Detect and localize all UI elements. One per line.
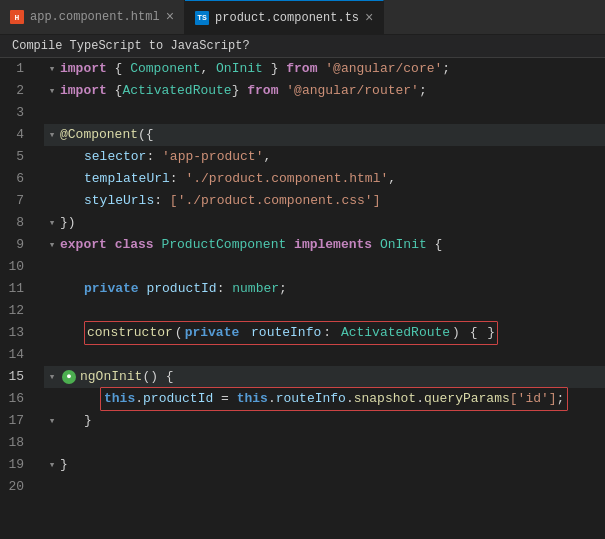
code-line-3 <box>44 102 605 124</box>
breakpoint-icon: ● <box>62 370 76 384</box>
line-num-10: 10 <box>0 256 32 278</box>
line-num-6: 6 <box>0 168 32 190</box>
line-num-1: 1 <box>0 58 32 80</box>
code-line-1: ▾ import { Component , OnInit } from '@a… <box>44 58 605 80</box>
code-line-7: styleUrls : ['./product.component.css'] <box>44 190 605 212</box>
ts-icon: TS <box>195 11 209 25</box>
code-line-17: ▾ } <box>44 410 605 432</box>
code-line-9: ▾ export class ProductComponent implemen… <box>44 234 605 256</box>
line-num-3: 3 <box>0 102 32 124</box>
line-num-13: 13 <box>0 322 32 344</box>
constructor-box: constructor ( private routeInfo : Activa… <box>84 321 498 345</box>
line-num-5: 5 <box>0 146 32 168</box>
tab-product-component-ts[interactable]: TS product.component.ts × <box>185 0 384 34</box>
code-area: 1 2 3 4 5 6 7 8 9 10 11 12 13 14 15 16 1… <box>0 58 605 534</box>
code-line-8: ▾ }) <box>44 212 605 234</box>
code-line-2: ▾ import { ActivatedRoute } from '@angul… <box>44 80 605 102</box>
info-bar: Compile TypeScript to JavaScript? <box>0 35 605 58</box>
fold-1: ▾ <box>44 58 60 80</box>
tab-app-component-html[interactable]: H app.component.html × <box>0 0 185 34</box>
code-line-11: private productId : number ; <box>44 278 605 300</box>
line-num-15: 15 <box>0 366 32 388</box>
line-num-20: 20 <box>0 476 32 498</box>
code-line-19: ▾ } <box>44 454 605 476</box>
fold-2: ▾ <box>44 80 60 102</box>
assignment-box: this . productId = this . routeInfo . sn… <box>100 387 568 411</box>
line-num-8: 8 <box>0 212 32 234</box>
line-num-2: 2 <box>0 80 32 102</box>
line-num-4: 4 <box>0 124 32 146</box>
line-num-11: 11 <box>0 278 32 300</box>
code-line-6: templateUrl : './product.component.html'… <box>44 168 605 190</box>
line-numbers: 1 2 3 4 5 6 7 8 9 10 11 12 13 14 15 16 1… <box>0 58 40 534</box>
code-line-18 <box>44 432 605 454</box>
code-line-20 <box>44 476 605 498</box>
line-num-18: 18 <box>0 432 32 454</box>
code-content: ▾ import { Component , OnInit } from '@a… <box>40 58 605 534</box>
tab-close-ts[interactable]: × <box>365 11 373 25</box>
line-num-7: 7 <box>0 190 32 212</box>
line-num-9: 9 <box>0 234 32 256</box>
line-num-16: 16 <box>0 388 32 410</box>
tab-label: app.component.html <box>30 10 160 24</box>
code-line-4: ▾ @Component ({ <box>44 124 605 146</box>
line-num-12: 12 <box>0 300 32 322</box>
code-line-16: this . productId = this . routeInfo . sn… <box>44 388 605 410</box>
code-line-12 <box>44 300 605 322</box>
tab-label: product.component.ts <box>215 11 359 25</box>
line-num-17: 17 <box>0 410 32 432</box>
kw-import-1: import <box>60 58 107 80</box>
line-num-14: 14 <box>0 344 32 366</box>
code-line-13: constructor ( private routeInfo : Activa… <box>44 322 605 344</box>
code-line-10 <box>44 256 605 278</box>
html-icon: H <box>10 10 24 24</box>
tab-close-html[interactable]: × <box>166 10 174 24</box>
line-num-19: 19 <box>0 454 32 476</box>
code-line-15: ▾ ● ngOnInit () { <box>44 366 605 388</box>
tab-bar: H app.component.html × TS product.compon… <box>0 0 605 35</box>
info-text: Compile TypeScript to JavaScript? <box>12 39 250 53</box>
code-line-14 <box>44 344 605 366</box>
code-line-5: selector : 'app-product' , <box>44 146 605 168</box>
